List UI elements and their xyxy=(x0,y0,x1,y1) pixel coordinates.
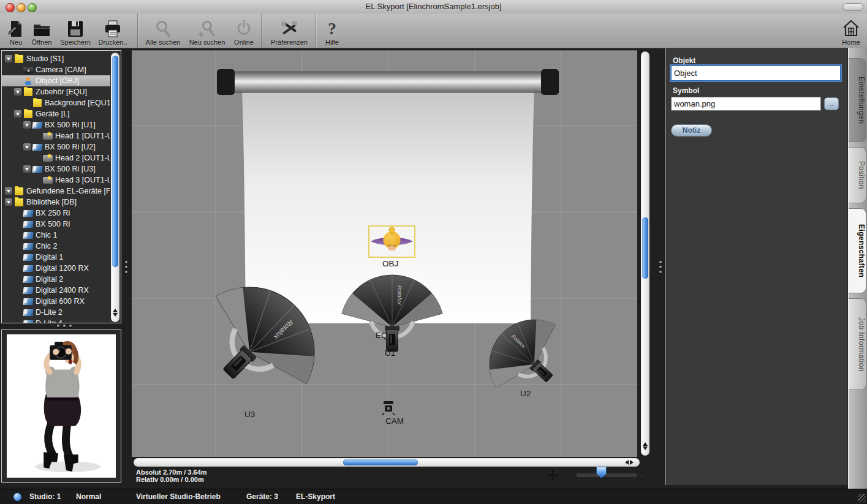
tree-item-chic-2[interactable]: Chic 2 xyxy=(2,241,110,252)
tree-item-digital-2[interactable]: Digital 2 xyxy=(2,274,110,285)
tree-scrollbar[interactable] xyxy=(111,53,119,322)
tree-scrollbar-thumb[interactable] xyxy=(112,56,118,267)
tab-job-information[interactable]: Job Information xyxy=(849,298,866,390)
home-button[interactable]: Home xyxy=(835,15,867,46)
neu-button[interactable]: Neu xyxy=(1,15,31,46)
tree-item-bibliothek-db[interactable]: Bibliothek [DB] xyxy=(2,197,110,208)
speichern-button[interactable]: Speichern xyxy=(58,15,93,46)
scroll-up-icon[interactable] xyxy=(113,306,118,312)
tree-item-studio-s1[interactable]: Studio [S1] xyxy=(2,53,110,64)
flash-unit-icon xyxy=(32,144,42,151)
tree-item-head-3-out1-u3[interactable]: Head 3 [OUT1-U3] xyxy=(2,175,110,186)
flash-unit-icon xyxy=(23,221,33,228)
object-label: Objekt xyxy=(673,56,695,65)
flash-unit-icon xyxy=(23,298,33,305)
hilfe-button[interactable]: ? Hilfe xyxy=(317,15,347,46)
disclosure-triangle-icon[interactable] xyxy=(14,110,21,118)
canvas-vscroll-thumb[interactable] xyxy=(642,217,648,279)
folder-icon xyxy=(24,110,32,118)
neu-suchen-button[interactable]: Neu suchen xyxy=(183,15,231,46)
zoom-slider-track[interactable] xyxy=(577,473,637,476)
tree-item-camera-cam[interactable]: Camera [CAM] xyxy=(2,64,110,75)
oeffnen-button[interactable]: Öffnen xyxy=(27,15,56,46)
zoom-out-button[interactable]: − xyxy=(569,468,574,479)
disclosure-triangle-icon[interactable] xyxy=(23,143,31,151)
tree-item-ger-te-l[interactable]: Geräte [L] xyxy=(2,108,110,119)
tree-item-zubeh-r-equ[interactable]: Zubehör [EQU] xyxy=(2,86,110,97)
right-panel-splitter[interactable] xyxy=(659,258,662,276)
tree-item-object-obj[interactable]: Object [OBJ] xyxy=(2,75,110,86)
toolbar-toggle-button[interactable] xyxy=(842,3,863,11)
tree-item-digital-1200-rx[interactable]: Digital 1200 RX xyxy=(2,263,110,274)
alle-suchen-button[interactable]: Alle suchen xyxy=(139,15,187,46)
tab-eigenschaften[interactable]: Eigenschaften xyxy=(849,208,866,293)
tree-item-bx-500-ri[interactable]: BX 500 Ri xyxy=(2,219,110,230)
tree-item-label: Digital 1 xyxy=(36,253,63,261)
left-panel-splitter[interactable] xyxy=(125,258,128,276)
absolute-coords: Absolut 2.70m / 3.64m xyxy=(136,468,207,476)
studio-canvas[interactable]: Rotalux xyxy=(132,50,637,457)
tree-item-d-lite-4[interactable]: D-Lite 4 xyxy=(2,318,110,323)
zoom-in-button[interactable]: + xyxy=(639,468,645,479)
canvas-vertical-scrollbar[interactable] xyxy=(641,51,649,456)
tree-item-label: Studio [S1] xyxy=(26,55,64,63)
disclosure-triangle-icon[interactable] xyxy=(14,88,21,96)
scroll-down-icon[interactable] xyxy=(643,446,648,453)
disclosure-triangle-icon[interactable] xyxy=(23,121,31,129)
tree-item-label: Zubehör [EQU] xyxy=(36,88,87,96)
browse-button[interactable]: .. xyxy=(824,97,839,110)
tree-item-digital-1[interactable]: Digital 1 xyxy=(2,252,110,263)
canvas-horizontal-scrollbar[interactable] xyxy=(134,458,640,467)
tree-item-bx-500-ri-u1[interactable]: BX 500 Ri [U1] xyxy=(2,119,110,130)
scroll-left-icon[interactable] xyxy=(623,460,629,465)
tree-item-background-equ1[interactable]: Background [EQU1] xyxy=(2,97,110,108)
titlebar[interactable]: EL Skyport [ElinchromSample1.ersjob] xyxy=(0,0,867,14)
tree-item-head-2-out1-u2[interactable]: Head 2 [OUT1-U2] xyxy=(2,152,110,164)
canvas-label-u2: U2 xyxy=(520,389,531,398)
tree-item-bx-500-ri-u2[interactable]: BX 500 Ri [U2] xyxy=(2,141,110,152)
tree-item-label: BX 500 Ri xyxy=(36,220,70,228)
tools-preferences-icon xyxy=(279,20,299,38)
disclosure-triangle-icon[interactable] xyxy=(5,187,12,195)
printer-icon xyxy=(104,20,122,38)
scroll-down-icon[interactable] xyxy=(113,313,118,319)
online-button[interactable]: Online xyxy=(228,15,260,46)
disclosure-triangle-icon[interactable] xyxy=(5,198,12,206)
tree-item-gefundene-el-ger-te-f[interactable]: Gefundene EL-Geräte [F] xyxy=(2,186,110,197)
drucken-button[interactable]: Drucken.. xyxy=(96,15,130,46)
praeferenzen-button[interactable]: Präferenzen xyxy=(263,15,315,46)
resize-grip[interactable] xyxy=(858,494,866,502)
notiz-button[interactable]: Notiz xyxy=(671,124,712,137)
flash-unit-icon xyxy=(32,166,42,173)
tree-preview-splitter[interactable] xyxy=(55,325,74,328)
canvas-label-u3: U3 xyxy=(244,410,255,419)
tab-einstellungen[interactable]: Einstellungen xyxy=(849,58,866,142)
pan-move-icon[interactable] xyxy=(547,470,558,481)
scroll-right-icon[interactable] xyxy=(630,460,636,465)
open-folder-icon xyxy=(32,20,51,38)
tree-item-head-1-out1-u1[interactable]: Head 1 [OUT1-U1] xyxy=(2,130,110,141)
toolbar: Neu Öffnen Speichern Drucken. xyxy=(0,13,867,48)
tree-item-bx-250-ri[interactable]: BX 250 Ri xyxy=(2,208,110,219)
disclosure-triangle-icon[interactable] xyxy=(23,165,31,173)
object-obj[interactable] xyxy=(369,226,415,257)
tab-position[interactable]: Position xyxy=(849,147,866,203)
tree-item-bx-500-ri-u3[interactable]: BX 500 Ri [U3] xyxy=(2,164,110,175)
zoom-slider-thumb[interactable] xyxy=(596,467,607,478)
symbol-file-input[interactable] xyxy=(671,97,821,111)
scroll-up-icon[interactable] xyxy=(643,440,648,446)
disclosure-triangle-icon[interactable] xyxy=(5,55,12,62)
canvas-hscroll-thumb[interactable] xyxy=(343,459,418,465)
tree-item-d-lite-2[interactable]: D-Lite 2 xyxy=(2,307,110,318)
tree-item-digital-2400-rx[interactable]: Digital 2400 RX xyxy=(2,285,110,296)
object-name-input[interactable] xyxy=(671,66,841,81)
tree-item-digital-600-rx[interactable]: Digital 600 RX xyxy=(2,296,110,307)
flash-unit-icon xyxy=(23,232,33,239)
svg-text:?: ? xyxy=(328,20,336,38)
person-icon xyxy=(23,77,33,85)
tree-item-label: BX 500 Ri [U3] xyxy=(45,165,96,173)
tree-item-label: Chic 1 xyxy=(36,231,57,239)
tree-item-label: Digital 2 xyxy=(36,275,63,284)
tree-item-chic-1[interactable]: Chic 1 xyxy=(2,230,110,241)
tree-item-label: Head 1 [OUT1-U1] xyxy=(55,132,110,140)
